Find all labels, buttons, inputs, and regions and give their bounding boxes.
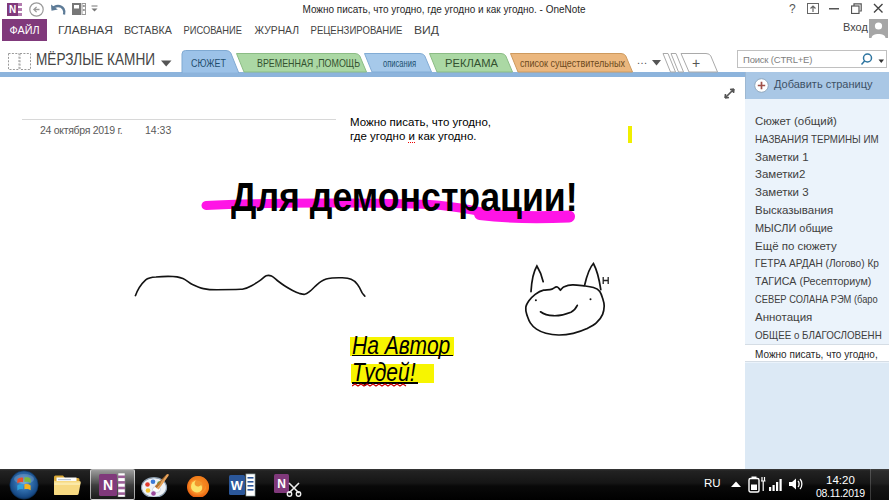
svg-text:ВСТАВКА: ВСТАВКА <box>124 24 172 36</box>
svg-text:РЕКЛАМА: РЕКЛАМА <box>445 57 498 69</box>
svg-text:Можно писать, что угодно, где: Можно писать, что угодно, где угодно и к… <box>303 3 586 15</box>
svg-text:РЕЦЕНЗИРОВАНИЕ: РЕЦЕНЗИРОВАНИЕ <box>311 24 403 36</box>
svg-text:описания: описания <box>383 57 416 69</box>
svg-text:N: N <box>277 477 286 491</box>
svg-text:РИСОВАНИЕ: РИСОВАНИЕ <box>184 24 243 36</box>
svg-text:список существительных: список существительных <box>520 57 626 69</box>
svg-text:СЮЖЕТ: СЮЖЕТ <box>191 57 226 69</box>
svg-text:ГЛАВНАЯ: ГЛАВНАЯ <box>58 24 113 36</box>
svg-text:?: ? <box>789 2 796 16</box>
svg-text:W: W <box>231 478 244 493</box>
svg-text:ЖУРНАЛ: ЖУРНАЛ <box>255 24 300 36</box>
svg-text:N: N <box>103 477 113 493</box>
svg-text:...: ... <box>637 54 648 66</box>
svg-text:ФАЙЛ: ФАЙЛ <box>10 24 40 36</box>
svg-text:ВРЕМЕННАЯ ,ПОМОЩЬ: ВРЕМЕННАЯ ,ПОМОЩЬ <box>257 57 360 69</box>
svg-text:МЁРЗЛЫЕ КАМНИ: МЁРЗЛЫЕ КАМНИ <box>36 51 155 68</box>
svg-text:ВИД: ВИД <box>414 24 439 36</box>
svg-text:+: + <box>692 55 700 71</box>
